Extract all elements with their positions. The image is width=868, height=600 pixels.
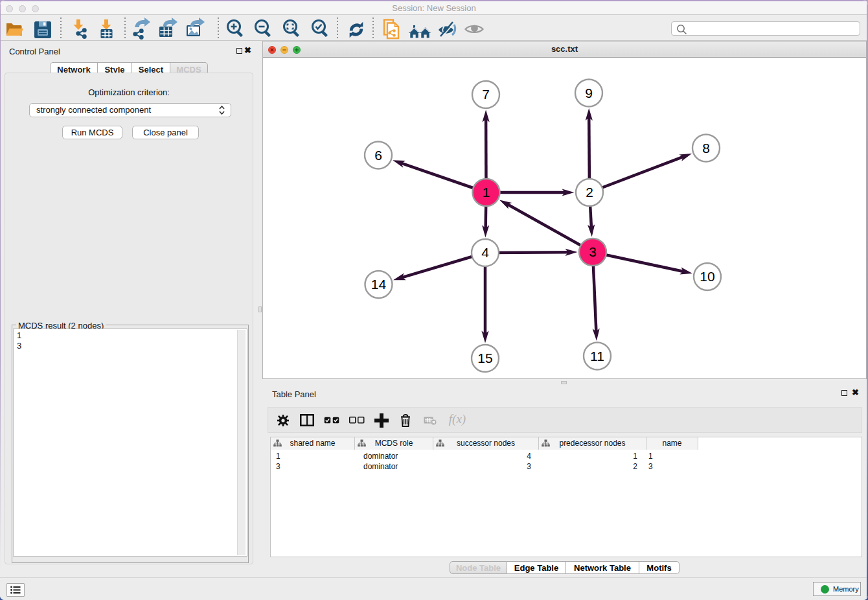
svg-text:6: 6 (374, 148, 382, 163)
svg-text:8: 8 (702, 141, 710, 156)
svg-text:7: 7 (482, 87, 490, 102)
svg-text:1: 1 (483, 185, 490, 200)
svg-text:4: 4 (481, 245, 489, 260)
svg-text:9: 9 (585, 86, 593, 100)
svg-text:14: 14 (371, 277, 387, 292)
svg-text:3: 3 (589, 244, 597, 259)
svg-text:15: 15 (477, 351, 492, 365)
svg-text:11: 11 (590, 349, 604, 363)
svg-text:10: 10 (700, 269, 714, 284)
svg-text:2: 2 (586, 185, 593, 200)
